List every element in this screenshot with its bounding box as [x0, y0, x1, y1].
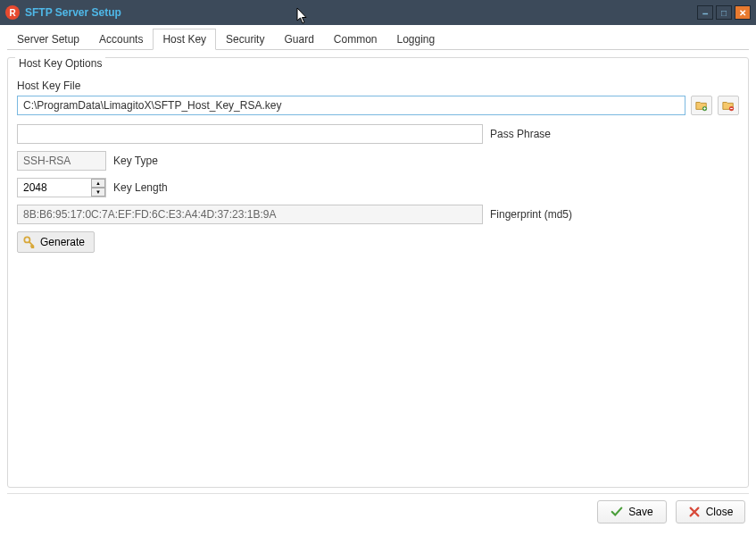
save-button-label: Save: [628, 506, 652, 518]
pass-phrase-input[interactable]: [17, 124, 483, 144]
window-title: SFTP Server Setup: [25, 6, 697, 19]
folder-remove-icon: [722, 99, 735, 112]
clear-file-button[interactable]: [718, 96, 739, 115]
tab-bar: Server Setup Accounts Host Key Security …: [7, 29, 749, 50]
content-area: Server Setup Accounts Host Key Security …: [0, 25, 756, 536]
dialog-footer: Save Close: [7, 493, 749, 529]
minimize-button[interactable]: ‒: [697, 5, 713, 20]
generate-button[interactable]: Generate: [17, 231, 95, 253]
generate-button-label: Generate: [40, 236, 85, 248]
key-type-label: Key Type: [113, 155, 158, 167]
tab-guard[interactable]: Guard: [274, 29, 323, 49]
titlebar: R SFTP Server Setup ‒ □ ✕: [0, 0, 756, 25]
tab-common[interactable]: Common: [324, 29, 387, 49]
folder-open-icon: [695, 99, 708, 112]
svg-point-2: [24, 237, 29, 242]
tab-server-setup[interactable]: Server Setup: [7, 29, 89, 49]
key-type-input: [17, 151, 106, 171]
tab-security[interactable]: Security: [216, 29, 274, 49]
host-key-options-group: Host Key Options Host Key File: [7, 57, 749, 488]
close-icon: [688, 506, 701, 518]
fingerprint-label: Fingerprint (md5): [490, 208, 572, 221]
host-key-file-label: Host Key File: [17, 80, 739, 92]
key-length-up-button[interactable]: ▲: [91, 179, 105, 188]
close-button-label: Close: [706, 506, 734, 518]
pass-phrase-label: Pass Phrase: [490, 128, 551, 140]
tab-logging[interactable]: Logging: [387, 29, 445, 49]
key-length-spinner[interactable]: ▲ ▼: [17, 178, 106, 197]
window-controls: ‒ □ ✕: [697, 5, 751, 20]
check-icon: [611, 506, 623, 518]
app-icon: R: [5, 5, 20, 20]
key-length-label: Key Length: [113, 181, 168, 194]
tab-host-key[interactable]: Host Key: [153, 29, 216, 50]
key-length-down-button[interactable]: ▼: [91, 188, 105, 197]
maximize-button[interactable]: □: [716, 5, 732, 20]
key-icon: [23, 236, 36, 248]
save-button[interactable]: Save: [597, 500, 667, 523]
host-key-file-input[interactable]: [17, 96, 685, 115]
browse-file-button[interactable]: [691, 96, 712, 115]
close-window-button[interactable]: ✕: [735, 5, 751, 20]
tab-accounts[interactable]: Accounts: [89, 29, 153, 49]
close-button[interactable]: Close: [676, 500, 745, 523]
group-title: Host Key Options: [15, 57, 105, 70]
fingerprint-input: [17, 205, 483, 224]
